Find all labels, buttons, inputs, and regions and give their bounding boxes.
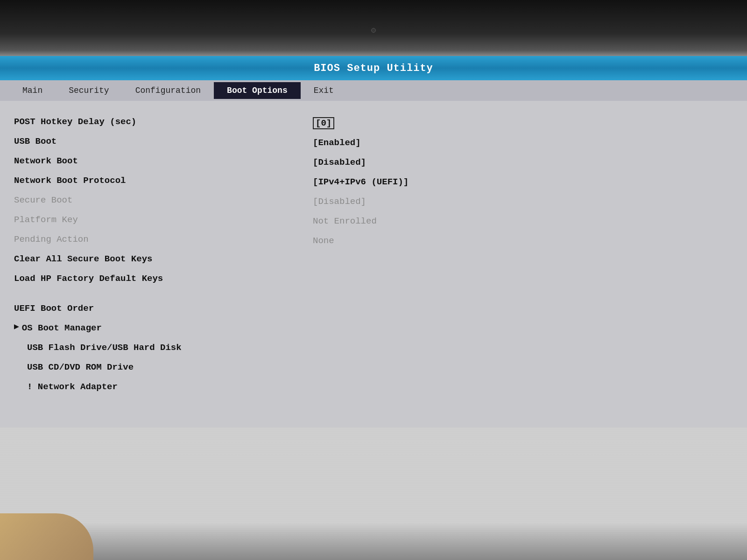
- row-pending-action: Pending Action: [14, 232, 303, 249]
- app-title: BIOS Setup Utility: [314, 63, 433, 74]
- row-os-boot-manager[interactable]: ▶ OS Boot Manager: [14, 321, 303, 338]
- label-os-boot-manager: OS Boot Manager: [22, 321, 102, 335]
- bios-screen: BIOS Setup Utility Main Security Configu…: [0, 56, 747, 560]
- value-platform-key: Not Enrolled: [313, 213, 724, 230]
- value-network-boot: [Disabled]: [313, 154, 724, 171]
- row-network-adapter[interactable]: ! Network Adapter: [14, 380, 303, 397]
- label-uefi-boot-order: UEFI Boot Order: [14, 301, 94, 315]
- row-network-boot[interactable]: Network Boot: [14, 154, 303, 171]
- label-post-hotkey-delay: POST Hotkey Delay (sec): [14, 115, 136, 129]
- right-panel: [0] [Enabled] [Disabled] [IPv4+IPv6 (UEF…: [303, 110, 733, 418]
- value-pending-action: None: [313, 232, 724, 249]
- label-network-boot-protocol: Network Boot Protocol: [14, 174, 126, 188]
- camera-dot: [371, 28, 376, 33]
- label-usb-flash-drive: USB Flash Drive/USB Hard Disk: [14, 341, 182, 355]
- menu-item-security[interactable]: Security: [56, 82, 122, 99]
- row-network-boot-protocol[interactable]: Network Boot Protocol: [14, 174, 303, 190]
- menu-bar: Main Security Configuration Boot Options…: [0, 80, 747, 101]
- label-load-hp-factory-default-keys: Load HP Factory Default Keys: [14, 272, 163, 286]
- camera-bezel: [0, 0, 747, 56]
- row-clear-all-secure-boot-keys[interactable]: Clear All Secure Boot Keys: [14, 252, 303, 269]
- val-pending-action-text: None: [313, 236, 334, 246]
- top-bar: BIOS Setup Utility: [0, 56, 747, 80]
- arrow-os-boot-manager: ▶: [14, 321, 19, 331]
- row-load-hp-factory-default-keys[interactable]: Load HP Factory Default Keys: [14, 272, 303, 288]
- row-usb-flash-drive[interactable]: USB Flash Drive/USB Hard Disk: [14, 341, 303, 357]
- row-uefi-boot-order-header: UEFI Boot Order: [14, 301, 303, 318]
- value-usb-boot: [Enabled]: [313, 134, 724, 151]
- label-network-adapter: ! Network Adapter: [14, 380, 118, 394]
- value-secure-boot: [Disabled]: [313, 193, 724, 210]
- val-post-hotkey-text: [0]: [313, 117, 334, 129]
- bottom-gradient: [0, 523, 747, 560]
- val-network-boot-text: [Disabled]: [313, 157, 366, 168]
- menu-item-boot-options[interactable]: Boot Options: [214, 82, 301, 99]
- menu-item-exit[interactable]: Exit: [301, 82, 347, 99]
- val-usb-boot-text: [Enabled]: [313, 138, 361, 148]
- label-platform-key: Platform Key: [14, 213, 78, 227]
- label-usb-cd-dvd: USB CD/DVD ROM Drive: [14, 360, 134, 374]
- value-network-boot-protocol: [IPv4+IPv6 (UEFI)]: [313, 174, 724, 190]
- val-network-boot-protocol-text: [IPv4+IPv6 (UEFI)]: [313, 177, 409, 187]
- left-panel: POST Hotkey Delay (sec) USB Boot Network…: [14, 110, 303, 418]
- label-network-boot: Network Boot: [14, 154, 78, 168]
- row-post-hotkey[interactable]: POST Hotkey Delay (sec): [14, 115, 303, 132]
- row-platform-key: Platform Key: [14, 213, 303, 230]
- value-post-hotkey: [0]: [313, 115, 724, 132]
- row-usb-cd-dvd[interactable]: USB CD/DVD ROM Drive: [14, 360, 303, 377]
- content-area: POST Hotkey Delay (sec) USB Boot Network…: [0, 101, 747, 427]
- val-secure-boot-text: [Disabled]: [313, 196, 366, 207]
- row-secure-boot: Secure Boot: [14, 193, 303, 210]
- label-pending-action: Pending Action: [14, 232, 89, 246]
- menu-item-configuration[interactable]: Configuration: [122, 82, 214, 99]
- label-clear-all-secure-boot-keys: Clear All Secure Boot Keys: [14, 252, 152, 266]
- label-usb-boot: USB Boot: [14, 134, 56, 148]
- row-usb-boot[interactable]: USB Boot: [14, 134, 303, 151]
- val-platform-key-text: Not Enrolled: [313, 216, 377, 226]
- menu-item-main[interactable]: Main: [9, 82, 56, 99]
- label-secure-boot: Secure Boot: [14, 193, 72, 207]
